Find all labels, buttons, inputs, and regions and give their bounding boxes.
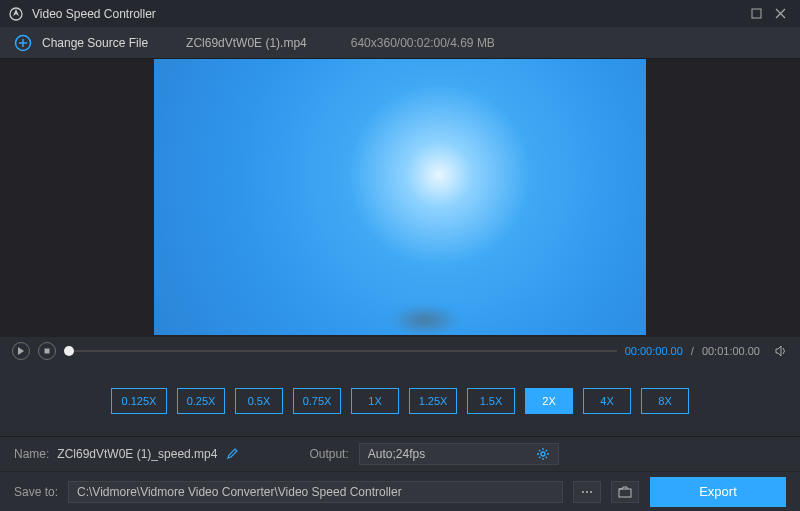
progress-slider[interactable]	[64, 350, 617, 352]
svg-rect-1	[752, 9, 761, 18]
play-button[interactable]	[12, 342, 30, 360]
svg-point-13	[582, 491, 584, 493]
source-fileinfo: 640x360/00:02:00/4.69 MB	[351, 36, 495, 50]
speed-8x[interactable]: 8X	[641, 388, 689, 414]
svg-point-15	[590, 491, 592, 493]
total-time: 00:01:00.00	[702, 345, 760, 357]
svg-line-9	[539, 450, 540, 451]
meta-row: Name: ZCl69dVtW0E (1)_speed.mp4 Output: …	[0, 437, 800, 471]
source-bar: Change Source File ZCl69dVtW0E (1).mp4 6…	[0, 27, 800, 59]
speed-1x[interactable]: 1X	[351, 388, 399, 414]
output-format-select[interactable]: Auto;24fps	[359, 443, 559, 465]
svg-line-10	[545, 457, 546, 458]
speed-selector: 0.125X 0.25X 0.5X 0.75X 1X 1.25X 1.5X 2X…	[0, 365, 800, 437]
speed-4x[interactable]: 4X	[583, 388, 631, 414]
output-format-value: Auto;24fps	[368, 447, 425, 461]
output-block: Output: Auto;24fps	[309, 443, 558, 465]
maximize-button[interactable]	[744, 4, 768, 24]
speed-2x[interactable]: 2X	[525, 388, 573, 414]
output-name: ZCl69dVtW0E (1)_speed.mp4	[57, 447, 217, 461]
stop-button[interactable]	[38, 342, 56, 360]
playback-controls: 00:00:00.00 / 00:01:00.00	[0, 337, 800, 365]
current-time: 00:00:00.00	[625, 345, 683, 357]
save-path-field[interactable]: C:\Vidmore\Vidmore Video Converter\Video…	[68, 481, 563, 503]
progress-thumb[interactable]	[64, 346, 74, 356]
preview-area	[0, 59, 800, 337]
output-label: Output:	[309, 447, 348, 461]
app-logo-icon	[8, 6, 24, 22]
speed-075x[interactable]: 0.75X	[293, 388, 341, 414]
save-label: Save to:	[14, 485, 58, 499]
open-folder-button[interactable]	[611, 481, 639, 503]
name-label: Name:	[14, 447, 49, 461]
gear-icon[interactable]	[536, 447, 550, 461]
time-separator: /	[691, 345, 694, 357]
add-source-icon[interactable]	[14, 34, 32, 52]
browse-path-button[interactable]	[573, 481, 601, 503]
edit-name-icon[interactable]	[227, 447, 241, 461]
speed-0125x[interactable]: 0.125X	[111, 388, 167, 414]
svg-rect-16	[619, 489, 631, 497]
save-path-value: C:\Vidmore\Vidmore Video Converter\Video…	[77, 485, 402, 499]
video-object	[390, 305, 460, 335]
video-preview[interactable]	[154, 59, 646, 335]
svg-point-4	[541, 452, 545, 456]
source-filename: ZCl69dVtW0E (1).mp4	[186, 36, 307, 50]
svg-line-12	[539, 457, 540, 458]
svg-rect-3	[45, 349, 50, 354]
close-button[interactable]	[768, 4, 792, 24]
save-row: Save to: C:\Vidmore\Vidmore Video Conver…	[0, 471, 800, 511]
app-title: Video Speed Controller	[32, 7, 156, 21]
speed-025x[interactable]: 0.25X	[177, 388, 225, 414]
export-button[interactable]: Export	[650, 477, 786, 507]
speed-15x[interactable]: 1.5X	[467, 388, 515, 414]
titlebar: Video Speed Controller	[0, 0, 800, 27]
change-source-button[interactable]: Change Source File	[42, 36, 148, 50]
svg-line-11	[545, 450, 546, 451]
speed-05x[interactable]: 0.5X	[235, 388, 283, 414]
svg-point-14	[586, 491, 588, 493]
volume-icon[interactable]	[774, 344, 788, 358]
speed-125x[interactable]: 1.25X	[409, 388, 457, 414]
